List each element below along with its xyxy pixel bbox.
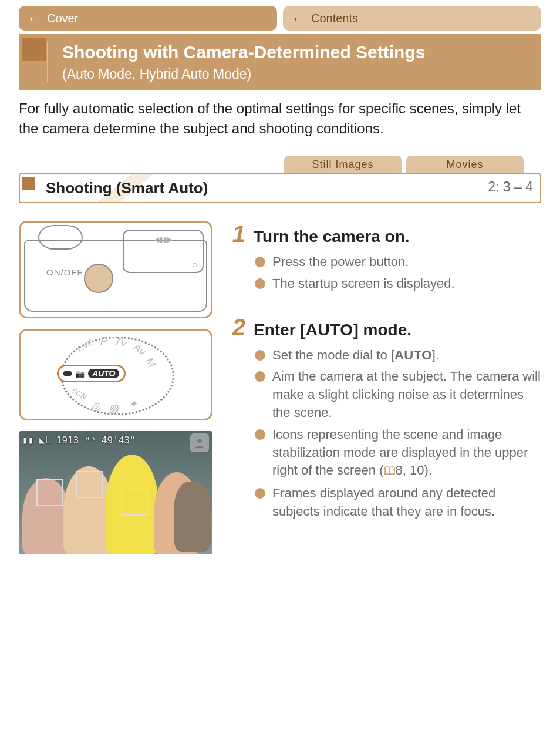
breadcrumb-contents[interactable]: ← Contents — [283, 6, 541, 31]
bullet: Aim the camera at the subject. The camer… — [255, 368, 541, 422]
bullet: Set the mode dial to [AUTO]. — [255, 346, 541, 365]
focus-frame-icon — [121, 489, 148, 516]
arrow-left-icon: ← — [291, 9, 306, 28]
sub-heading-xref: 2: 3 – 4 — [488, 179, 533, 195]
step-1: 1 Turn the camera on. Press the power bu… — [227, 221, 541, 293]
step-number: 1 — [227, 221, 245, 247]
main-heading-subtitle: (Auto Mode, Hybrid Auto Mode) — [62, 66, 529, 82]
book-icon — [384, 463, 396, 481]
mode-tabs: Still Images Movies — [19, 156, 541, 173]
focus-frame-icon — [36, 479, 63, 506]
tab-movies: Movies — [406, 156, 524, 173]
step-title: Turn the camera on. — [254, 227, 410, 246]
bullet-icon — [255, 257, 265, 267]
step-title: Enter [AUTO] mode. — [254, 321, 411, 339]
sub-heading: Shooting (Smart Auto) 2: 3 – 4 — [19, 173, 541, 203]
mode-dial-auto-highlight: 📷 AUTO — [57, 365, 126, 382]
svg-point-0 — [197, 439, 201, 443]
main-heading: Shooting with Camera-Determined Settings… — [19, 34, 541, 90]
focus-frame-icon — [76, 471, 103, 498]
steps-column: 1 Turn the camera on. Press the power bu… — [227, 221, 541, 554]
auto-chip: AUTO — [88, 369, 119, 378]
main-heading-title: Shooting with Camera-Determined Settings — [62, 42, 529, 63]
camera-icon: 📷 — [75, 369, 85, 378]
illustration-mode-dial: P Tv Av M LIVE SCN ◎ ▧ ✦ 📷 AUTO — [19, 329, 212, 420]
tab-still-images: Still Images — [284, 156, 402, 173]
breadcrumb-cover-label: Cover — [47, 12, 78, 25]
power-button-highlight — [84, 264, 113, 293]
zoom-lever-icon: ⌕ — [123, 230, 204, 273]
scene-icon-indicator — [190, 433, 209, 452]
intro-paragraph: For fully automatic selection of the opt… — [19, 99, 541, 140]
illustration-lcd-screenshot: ▮▮ ◣L 1913 ᴴᴰ 49'43" — [19, 431, 212, 554]
bullet-icon — [255, 488, 265, 499]
osd-text: ▮▮ ◣L 1913 ᴴᴰ 49'43" — [22, 435, 136, 446]
illustration-power-button: ⌕ ON/OFF — [19, 221, 212, 318]
breadcrumb: ← Cover ← Contents — [19, 4, 541, 31]
breadcrumb-cover[interactable]: ← Cover — [19, 6, 277, 31]
step-2: 2 Enter [AUTO] mode. Set the mode dial t… — [227, 314, 541, 521]
breadcrumb-contents-label: Contents — [311, 12, 358, 25]
step-number: 2 — [227, 314, 245, 341]
bullet-icon — [255, 371, 265, 382]
illustration-column: ⌕ ON/OFF P Tv Av M LIVE SCN ◎ ▧ ✦ 📷 AUTO — [19, 221, 212, 554]
sub-heading-title: Shooting (Smart Auto) — [46, 179, 208, 197]
bullet-icon — [255, 429, 265, 440]
bullet: Frames displayed around any detected sub… — [255, 484, 541, 521]
bullet: The startup screen is displayed. — [255, 275, 541, 293]
bullet-icon — [255, 278, 265, 289]
bullet-icon — [255, 350, 265, 361]
bullet: Icons representing the scene and image s… — [255, 426, 541, 481]
person-icon — [193, 436, 206, 449]
bullet: Press the power button. — [255, 253, 541, 271]
onoff-label: ON/OFF — [46, 267, 83, 277]
arrow-left-icon: ← — [27, 9, 42, 28]
